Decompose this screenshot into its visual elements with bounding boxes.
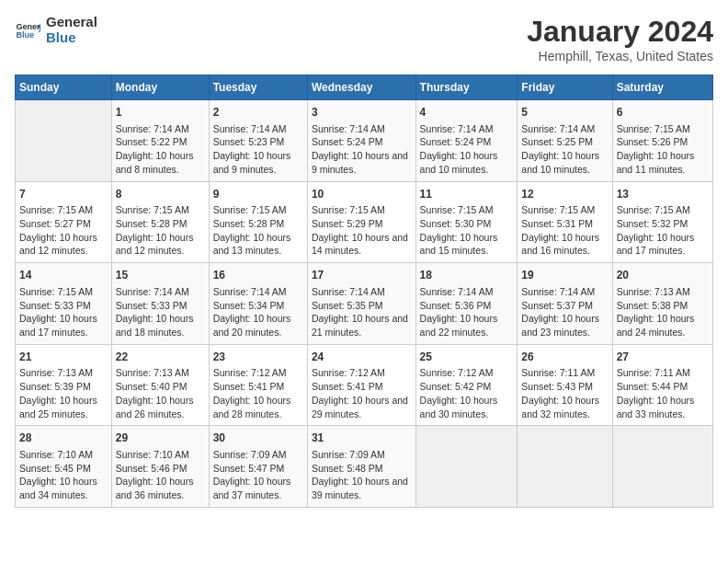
calendar-table: SundayMondayTuesdayWednesdayThursdayFrid…	[15, 75, 713, 508]
sunrise-text: Sunrise: 7:14 AM	[213, 122, 303, 136]
calendar-cell: 16Sunrise: 7:14 AMSunset: 5:34 PMDayligh…	[209, 263, 307, 345]
sunrise-text: Sunrise: 7:10 AM	[116, 448, 205, 462]
daylight-text: Daylight: 10 hours and 10 minutes.	[521, 149, 608, 176]
calendar-cell	[16, 100, 112, 182]
logo-general: General	[46, 15, 97, 30]
day-number: 28	[19, 431, 108, 446]
sunset-text: Sunset: 5:40 PM	[116, 380, 205, 394]
sunrise-text: Sunrise: 7:14 AM	[420, 285, 514, 299]
page-title: January 2024	[527, 15, 713, 49]
sunrise-text: Sunrise: 7:14 AM	[521, 122, 608, 136]
calendar-cell: 7Sunrise: 7:15 AMSunset: 5:27 PMDaylight…	[16, 181, 112, 263]
day-number: 12	[521, 187, 608, 202]
header-cell-sunday: Sunday	[16, 75, 112, 100]
calendar-cell: 30Sunrise: 7:09 AMSunset: 5:47 PMDayligh…	[209, 426, 307, 508]
calendar-cell: 5Sunrise: 7:14 AMSunset: 5:25 PMDaylight…	[518, 100, 612, 182]
calendar-cell	[518, 426, 612, 508]
header-cell-monday: Monday	[111, 75, 209, 100]
header-cell-wednesday: Wednesday	[307, 75, 415, 100]
sunrise-text: Sunrise: 7:13 AM	[116, 366, 205, 380]
calendar-cell: 1Sunrise: 7:14 AMSunset: 5:22 PMDaylight…	[111, 100, 209, 182]
sunrise-text: Sunrise: 7:15 AM	[116, 203, 205, 217]
week-row-3: 14Sunrise: 7:15 AMSunset: 5:33 PMDayligh…	[16, 263, 713, 345]
sunrise-text: Sunrise: 7:09 AM	[213, 448, 303, 462]
sunset-text: Sunset: 5:29 PM	[312, 217, 412, 231]
calendar-cell: 29Sunrise: 7:10 AMSunset: 5:46 PMDayligh…	[111, 426, 209, 508]
sunset-text: Sunset: 5:28 PM	[213, 217, 303, 231]
sunrise-text: Sunrise: 7:14 AM	[420, 122, 514, 136]
calendar-cell: 28Sunrise: 7:10 AMSunset: 5:45 PMDayligh…	[16, 426, 112, 508]
daylight-text: Daylight: 10 hours and 11 minutes.	[617, 149, 709, 176]
sunset-text: Sunset: 5:41 PM	[213, 380, 303, 394]
day-number: 18	[420, 268, 514, 283]
sunset-text: Sunset: 5:38 PM	[617, 299, 709, 313]
sunset-text: Sunset: 5:24 PM	[312, 135, 412, 149]
calendar-cell: 20Sunrise: 7:13 AMSunset: 5:38 PMDayligh…	[612, 263, 712, 345]
day-number: 21	[19, 350, 108, 365]
sunrise-text: Sunrise: 7:13 AM	[617, 285, 709, 299]
page-header: General Blue General Blue January 2024 H…	[15, 15, 713, 63]
header-cell-saturday: Saturday	[612, 75, 712, 100]
calendar-cell	[612, 426, 712, 508]
sunrise-text: Sunrise: 7:13 AM	[19, 366, 108, 380]
daylight-text: Daylight: 10 hours and 17 minutes.	[19, 312, 108, 339]
day-number: 27	[617, 350, 709, 365]
sunset-text: Sunset: 5:36 PM	[420, 299, 514, 313]
day-number: 22	[116, 350, 205, 365]
calendar-cell: 25Sunrise: 7:12 AMSunset: 5:42 PMDayligh…	[415, 344, 518, 426]
sunset-text: Sunset: 5:32 PM	[617, 217, 709, 231]
sunset-text: Sunset: 5:34 PM	[213, 299, 303, 313]
sunrise-text: Sunrise: 7:10 AM	[19, 448, 108, 462]
calendar-cell: 21Sunrise: 7:13 AMSunset: 5:39 PMDayligh…	[16, 344, 112, 426]
sunrise-text: Sunrise: 7:09 AM	[312, 448, 412, 462]
sunset-text: Sunset: 5:46 PM	[116, 462, 205, 476]
day-number: 16	[213, 268, 303, 283]
calendar-cell: 27Sunrise: 7:11 AMSunset: 5:44 PMDayligh…	[612, 344, 712, 426]
sunrise-text: Sunrise: 7:15 AM	[312, 203, 412, 217]
daylight-text: Daylight: 10 hours and 28 minutes.	[213, 394, 303, 420]
calendar-cell: 22Sunrise: 7:13 AMSunset: 5:40 PMDayligh…	[111, 344, 209, 426]
calendar-cell: 4Sunrise: 7:14 AMSunset: 5:24 PMDaylight…	[415, 100, 518, 182]
logo: General Blue General Blue	[15, 15, 97, 45]
day-number: 26	[521, 350, 608, 365]
sunrise-text: Sunrise: 7:12 AM	[312, 366, 412, 380]
sunset-text: Sunset: 5:24 PM	[420, 135, 514, 149]
sunset-text: Sunset: 5:44 PM	[617, 380, 709, 394]
logo-icon: General Blue	[15, 17, 40, 43]
sunrise-text: Sunrise: 7:15 AM	[521, 203, 608, 217]
calendar-cell: 2Sunrise: 7:14 AMSunset: 5:23 PMDaylight…	[209, 100, 307, 182]
calendar-cell: 26Sunrise: 7:11 AMSunset: 5:43 PMDayligh…	[518, 344, 612, 426]
calendar-cell: 8Sunrise: 7:15 AMSunset: 5:28 PMDaylight…	[111, 181, 209, 263]
daylight-text: Daylight: 10 hours and 24 minutes.	[617, 312, 709, 339]
sunrise-text: Sunrise: 7:11 AM	[617, 366, 709, 380]
svg-text:General: General	[16, 21, 40, 30]
day-number: 2	[213, 105, 303, 121]
calendar-cell: 17Sunrise: 7:14 AMSunset: 5:35 PMDayligh…	[307, 263, 415, 345]
calendar-cell: 11Sunrise: 7:15 AMSunset: 5:30 PMDayligh…	[415, 181, 518, 263]
daylight-text: Daylight: 10 hours and 22 minutes.	[420, 312, 514, 339]
sunrise-text: Sunrise: 7:14 AM	[213, 285, 303, 299]
week-row-5: 28Sunrise: 7:10 AMSunset: 5:45 PMDayligh…	[16, 426, 713, 508]
day-number: 14	[19, 268, 108, 283]
week-row-4: 21Sunrise: 7:13 AMSunset: 5:39 PMDayligh…	[16, 344, 713, 426]
sunrise-text: Sunrise: 7:15 AM	[617, 203, 709, 217]
daylight-text: Daylight: 10 hours and 33 minutes.	[617, 394, 709, 420]
sunset-text: Sunset: 5:27 PM	[19, 217, 108, 231]
calendar-cell	[415, 426, 518, 508]
day-number: 11	[420, 187, 514, 202]
day-number: 31	[312, 431, 412, 446]
sunset-text: Sunset: 5:37 PM	[521, 299, 608, 313]
daylight-text: Daylight: 10 hours and 30 minutes.	[420, 394, 514, 420]
sunrise-text: Sunrise: 7:14 AM	[116, 285, 205, 299]
daylight-text: Daylight: 10 hours and 23 minutes.	[521, 312, 608, 339]
calendar-cell: 18Sunrise: 7:14 AMSunset: 5:36 PMDayligh…	[415, 263, 518, 345]
calendar-cell: 23Sunrise: 7:12 AMSunset: 5:41 PMDayligh…	[209, 344, 307, 426]
daylight-text: Daylight: 10 hours and 15 minutes.	[420, 231, 514, 258]
page-subtitle: Hemphill, Texas, United States	[527, 49, 713, 63]
daylight-text: Daylight: 10 hours and 12 minutes.	[116, 231, 205, 258]
day-number: 5	[521, 105, 608, 121]
sunset-text: Sunset: 5:42 PM	[420, 380, 514, 394]
sunrise-text: Sunrise: 7:11 AM	[521, 366, 608, 380]
day-number: 15	[116, 268, 205, 283]
daylight-text: Daylight: 10 hours and 8 minutes.	[116, 149, 205, 176]
